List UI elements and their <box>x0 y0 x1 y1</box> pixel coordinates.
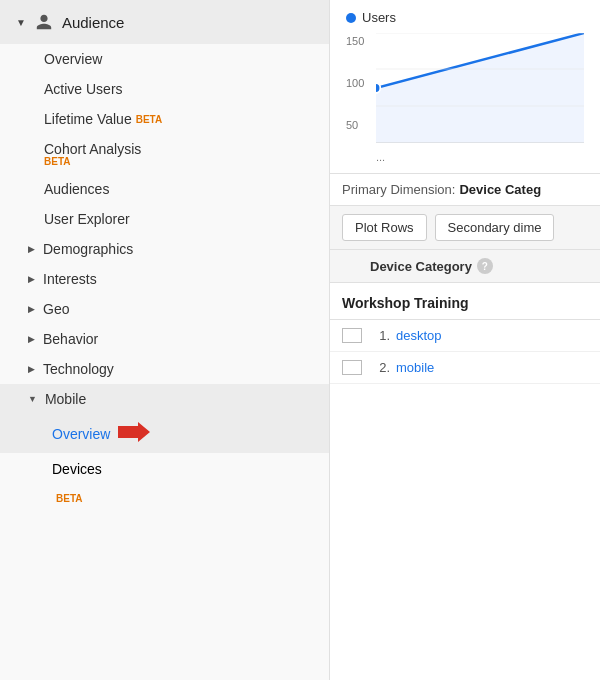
y-label-150: 150 <box>346 35 364 47</box>
mobile-overview-label: Overview <box>52 426 110 442</box>
sidebar-item-mobile[interactable]: ▼ Mobile <box>0 384 329 414</box>
sidebar-item-interests-label: Interests <box>43 271 97 287</box>
sidebar-item-demographics-label: Demographics <box>43 241 133 257</box>
sidebar-item-lifetime-value[interactable]: Lifetime Value BETA <box>0 104 329 134</box>
lifetime-beta-badge: BETA <box>136 114 162 125</box>
chart-dots: ... <box>376 151 385 163</box>
sidebar-item-geo-label: Geo <box>43 301 69 317</box>
table-area: 1. desktop 2. mobile <box>330 320 600 680</box>
mobile-arrow-icon: ▼ <box>28 394 37 404</box>
cohort-beta-badge: BETA <box>44 157 70 167</box>
sidebar-item-user-explorer-label: User Explorer <box>44 211 130 227</box>
sidebar-item-overview[interactable]: Overview <box>0 44 329 74</box>
sidebar-item-mobile-overview[interactable]: Overview <box>0 414 329 453</box>
technology-arrow-icon: ▶ <box>28 364 35 374</box>
svg-point-2 <box>376 83 380 93</box>
sidebar-item-technology-label: Technology <box>43 361 114 377</box>
device-category-label: Device Category <box>370 259 472 274</box>
table-row[interactable]: 2. mobile <box>330 352 600 384</box>
primary-dimension-bar: Primary Dimension: Device Categ <box>330 174 600 206</box>
sidebar-item-technology[interactable]: ▶ Technology <box>0 354 329 384</box>
sidebar-item-cohort[interactable]: Cohort Analysis BETA <box>0 134 329 174</box>
primary-dim-prefix: Primary Dimension: <box>342 182 455 197</box>
y-label-100: 100 <box>346 77 364 89</box>
primary-dim-value: Device Categ <box>459 182 541 197</box>
row-2-number: 2. <box>370 360 390 375</box>
sidebar-item-user-explorer[interactable]: User Explorer <box>0 204 329 234</box>
sidebar-item-overview-label: Overview <box>44 51 102 67</box>
row-1-number: 1. <box>370 328 390 343</box>
svg-marker-0 <box>118 422 150 442</box>
sidebar-item-behavior-label: Behavior <box>43 331 98 347</box>
behavior-arrow-icon: ▶ <box>28 334 35 344</box>
sidebar-item-interests[interactable]: ▶ Interests <box>0 264 329 294</box>
sidebar-item-active-users-label: Active Users <box>44 81 123 97</box>
devices-label: Devices <box>52 461 102 477</box>
workshop-training-header: Workshop Training <box>330 283 600 320</box>
sidebar-item-cohort-label: Cohort Analysis <box>44 141 141 157</box>
sidebar-item-screens[interactable]: BETA <box>0 485 329 512</box>
workshop-training-label: Workshop Training <box>342 295 469 311</box>
row-2-label: mobile <box>396 360 434 375</box>
y-label-50: 50 <box>346 119 364 131</box>
sidebar: ▼ Audience Overview Active Users Lifetim… <box>0 0 330 680</box>
geo-arrow-icon: ▶ <box>28 304 35 314</box>
svg-marker-1 <box>376 33 584 143</box>
chart-y-labels: 150 100 50 <box>346 33 364 163</box>
audience-header[interactable]: ▼ Audience <box>0 0 329 44</box>
chart-legend: Users <box>346 10 584 25</box>
users-legend-label: Users <box>362 10 396 25</box>
sidebar-item-lifetime-label: Lifetime Value <box>44 111 132 127</box>
device-category-header: Device Category ? <box>370 258 493 274</box>
audience-arrow: ▼ <box>16 17 26 28</box>
sidebar-item-geo[interactable]: ▶ Geo <box>0 294 329 324</box>
screens-beta-badge: BETA <box>56 493 82 504</box>
users-legend-dot <box>346 13 356 23</box>
row-1-label: desktop <box>396 328 442 343</box>
secondary-dimension-button[interactable]: Secondary dime <box>435 214 555 241</box>
demographics-arrow-icon: ▶ <box>28 244 35 254</box>
audience-label: Audience <box>62 14 125 31</box>
chart-area: Users 150 100 50 <box>330 0 600 174</box>
row-1-checkbox[interactable] <box>342 328 362 343</box>
chart-svg-area <box>376 33 584 143</box>
interests-arrow-icon: ▶ <box>28 274 35 284</box>
sidebar-item-devices[interactable]: Devices <box>0 453 329 485</box>
sidebar-item-demographics[interactable]: ▶ Demographics <box>0 234 329 264</box>
plot-rows-button[interactable]: Plot Rows <box>342 214 427 241</box>
sidebar-item-mobile-label: Mobile <box>45 391 86 407</box>
sidebar-item-audiences[interactable]: Audiences <box>0 174 329 204</box>
table-row[interactable]: 1. desktop <box>330 320 600 352</box>
main-content: Users 150 100 50 <box>330 0 600 680</box>
sidebar-item-audiences-label: Audiences <box>44 181 109 197</box>
person-icon <box>34 12 54 32</box>
sidebar-item-behavior[interactable]: ▶ Behavior <box>0 324 329 354</box>
sidebar-item-active-users[interactable]: Active Users <box>0 74 329 104</box>
row-2-checkbox[interactable] <box>342 360 362 375</box>
active-indicator-arrow <box>118 422 150 445</box>
buttons-row: Plot Rows Secondary dime <box>330 206 600 250</box>
table-header-row: Device Category ? <box>330 250 600 283</box>
device-category-help-icon[interactable]: ? <box>477 258 493 274</box>
chart-container: 150 100 50 <box>346 33 584 163</box>
